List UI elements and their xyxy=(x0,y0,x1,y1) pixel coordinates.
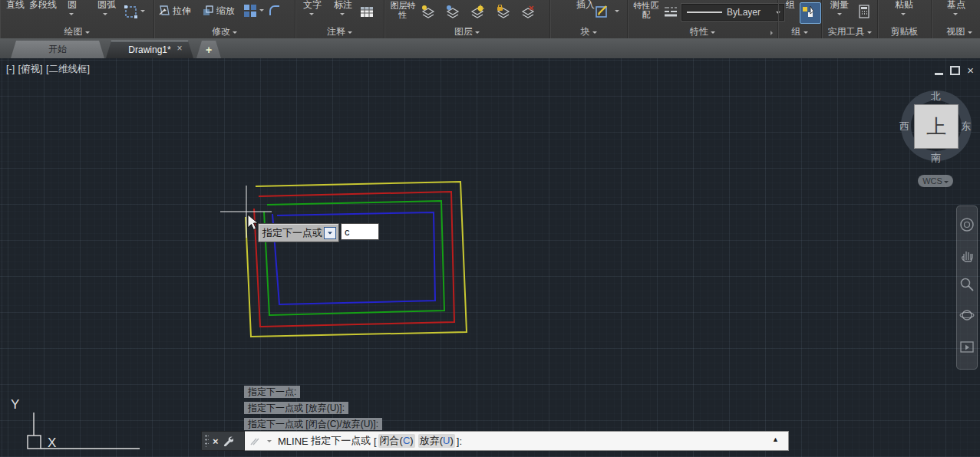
minimize-icon[interactable] xyxy=(935,73,943,75)
close-option-button[interactable]: 闭合(C) xyxy=(378,434,415,448)
selection-box-icon[interactable] xyxy=(124,5,137,18)
polyline-button[interactable]: 多段线 xyxy=(29,0,57,10)
measure-button[interactable]: 测量 xyxy=(830,0,849,10)
base-point-button[interactable]: 基点 xyxy=(947,0,965,10)
viewcube-west[interactable]: 西 xyxy=(899,120,909,133)
viewport-view-control[interactable]: [俯视] xyxy=(18,64,43,74)
steering-wheel-icon[interactable] xyxy=(959,217,975,232)
arc-button[interactable]: 圆弧 xyxy=(97,0,116,10)
viewport-controls: [-] [俯视] [二维线框] xyxy=(6,63,91,76)
calculator-icon[interactable] xyxy=(859,5,869,18)
text-button[interactable]: 文字 xyxy=(303,0,322,10)
command-pencil-icon xyxy=(249,436,263,446)
ribbon-panel-annotate: 文字 标注 注释 xyxy=(295,0,384,38)
command-history-expand-icon[interactable]: ▲ xyxy=(772,436,779,443)
dimension-button[interactable]: 标注 xyxy=(334,0,352,10)
chevron-down-icon[interactable] xyxy=(69,13,74,18)
layer-properties-button[interactable]: 图层特性 xyxy=(388,1,417,19)
orbit-icon[interactable] xyxy=(959,307,975,323)
ribbon-panel-group: 组 组 xyxy=(778,0,822,38)
layer-on-icon[interactable] xyxy=(420,5,437,18)
chevron-down-icon[interactable] xyxy=(901,13,906,18)
panel-label-draw[interactable]: 绘图 xyxy=(0,27,153,37)
ribbon-panel-clipboard: 粘贴 剪贴板 xyxy=(878,0,932,38)
viewport-minimize-control[interactable]: [-] xyxy=(6,64,15,74)
command-input-field[interactable]: MLINE 指定下一点或 [ 闭合(C) 放弃(U) ]: ▲ xyxy=(245,431,789,451)
viewport-style-control[interactable]: [二维线框] xyxy=(46,64,90,74)
chevron-down-icon xyxy=(233,31,237,36)
command-close-icon[interactable]: × xyxy=(213,436,219,447)
customize-wrench-icon[interactable] xyxy=(223,436,233,446)
dynamic-input-prompt: 指定下一点或 xyxy=(262,226,324,240)
stretch-button[interactable]: 拉伸 xyxy=(173,6,191,16)
layer-isolate-icon[interactable] xyxy=(520,5,536,18)
chevron-down-icon[interactable] xyxy=(309,13,314,18)
close-icon[interactable]: × xyxy=(967,65,974,76)
layer-sun-icon[interactable] xyxy=(469,5,486,18)
match-properties-button[interactable]: 特性匹配 xyxy=(632,1,661,19)
chevron-down-icon[interactable] xyxy=(953,13,958,18)
panel-label-view[interactable]: 视图 xyxy=(932,27,980,37)
wcs-selector[interactable]: WCS xyxy=(918,175,953,187)
panel-label-clipboard[interactable]: 剪贴板 xyxy=(878,27,931,37)
tab-close-icon[interactable]: × xyxy=(173,42,186,54)
showmotion-icon[interactable] xyxy=(959,340,975,355)
chevron-down-icon xyxy=(475,31,480,36)
chevron-down-icon[interactable] xyxy=(103,13,107,18)
circle-button[interactable]: 圆 xyxy=(68,0,77,10)
viewcube-east[interactable]: 东 xyxy=(961,120,971,133)
panel-label-layers[interactable]: 图层 xyxy=(384,27,549,37)
chevron-down-icon xyxy=(944,181,949,186)
ribbon-panel-modify: 拉伸 缩放 修改 xyxy=(154,0,295,38)
viewcube-top-face[interactable]: 上 xyxy=(914,104,959,149)
drawing-canvas[interactable]: [-] [俯视] [二维线框] × Y X xyxy=(0,58,980,457)
active-command: MLINE xyxy=(278,436,309,447)
lineweight-select[interactable]: ByLayer xyxy=(681,4,784,21)
panel-label-properties[interactable]: 特性 xyxy=(628,27,777,37)
new-drawing-tab-button[interactable]: + xyxy=(196,41,221,58)
panel-label-modify[interactable]: 修改 xyxy=(154,27,295,37)
panel-label-group[interactable]: 组 xyxy=(778,27,821,37)
viewcube-north[interactable]: 北 xyxy=(931,90,941,104)
command-bar-handle[interactable]: × xyxy=(201,431,245,451)
lineweight-icon[interactable] xyxy=(663,5,678,18)
line-button[interactable]: 直线 xyxy=(6,0,25,10)
chevron-down-icon[interactable] xyxy=(615,10,619,15)
insert-button[interactable]: 插入 xyxy=(576,0,595,10)
panel-label-block[interactable]: 块 xyxy=(550,27,627,37)
zoom-magnifier-icon[interactable] xyxy=(959,277,975,292)
paste-button[interactable]: 粘贴 xyxy=(895,0,913,10)
command-prompt: 指定下一点或 xyxy=(311,434,371,448)
ucs-x-label: X xyxy=(48,436,56,450)
mline-yellow xyxy=(246,182,467,337)
edit-attribute-icon[interactable] xyxy=(595,4,610,19)
chevron-down-icon[interactable] xyxy=(837,13,842,18)
viewcube-south[interactable]: 南 xyxy=(931,151,941,165)
layer-freeze-icon[interactable] xyxy=(444,5,461,18)
array-icon[interactable] xyxy=(243,4,257,18)
restore-icon[interactable] xyxy=(950,66,960,75)
fillet-icon[interactable] xyxy=(268,4,282,18)
scale-button[interactable]: 缩放 xyxy=(216,6,235,16)
group-button[interactable]: 组 xyxy=(786,0,795,10)
panel-label-annotate[interactable]: 注释 xyxy=(295,27,384,37)
tab-start[interactable]: 开始 xyxy=(11,41,104,58)
chevron-down-icon[interactable] xyxy=(340,13,345,18)
panel-label-utilities[interactable]: 实用工具 xyxy=(822,27,877,37)
chevron-down-icon[interactable] xyxy=(259,9,264,14)
dynamic-input-field[interactable] xyxy=(341,223,379,240)
ribbon-panel-utilities: 测量 实用工具 xyxy=(822,0,878,38)
ucs-y-label: Y xyxy=(11,397,19,412)
group-selected-button[interactable] xyxy=(800,2,821,24)
dynamic-input-options-icon[interactable] xyxy=(324,227,336,239)
table-icon[interactable] xyxy=(360,6,374,18)
drag-grip-icon[interactable] xyxy=(205,435,209,447)
chevron-down-icon[interactable] xyxy=(140,10,145,15)
chevron-down-icon xyxy=(711,31,715,36)
chevron-down-icon xyxy=(348,31,352,36)
lineweight-value: ByLayer xyxy=(727,7,761,18)
pan-hand-icon[interactable] xyxy=(959,248,975,263)
undo-option-button[interactable]: 放弃(U) xyxy=(418,434,455,448)
chevron-down-icon[interactable] xyxy=(267,440,272,445)
layer-lock-icon[interactable] xyxy=(495,5,512,18)
